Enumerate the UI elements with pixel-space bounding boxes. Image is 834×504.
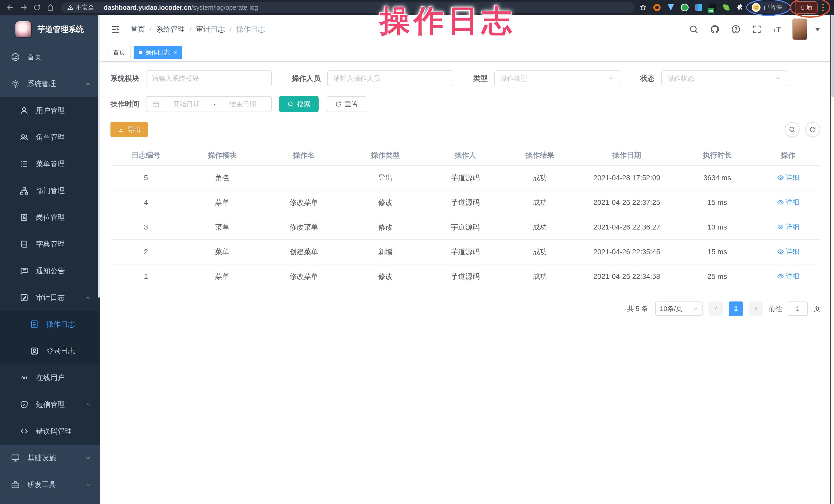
help-icon[interactable] [731,24,741,34]
menu-fold-icon[interactable] [110,24,121,35]
browser-home-button[interactable] [44,2,57,13]
user-avatar[interactable] [792,19,807,40]
sidebar-item-error-code-management[interactable]: 错误码管理 [0,418,100,445]
breadcrumb-home[interactable]: 首页 [131,24,145,34]
col-name: 操作名 [263,145,345,166]
sidebar-item-dict-management[interactable]: 字典管理 [0,231,100,258]
table-tools [785,122,820,137]
sidebar-item-dev-tools[interactable]: 研发工具 [0,472,100,498]
profile-paused-pill[interactable]: 已暂停 [750,2,787,13]
detail-link[interactable]: 详细 [777,247,799,256]
users-icon [20,133,29,142]
extension-leaf-icon[interactable] [722,3,731,12]
table-header-row: 日志编号 操作模块 操作名 操作类型 操作人 操作结果 操作日期 执行时长 操作 [110,145,820,166]
sidebar-item-user-management[interactable]: 用户管理 [0,97,100,124]
calendar-icon [152,101,159,108]
sidebar-item-notice[interactable]: 通知公告 [0,258,100,284]
caret-down-icon[interactable] [815,28,820,31]
export-button[interactable]: 导出 [110,122,148,137]
app-navbar: 首页 / 系统管理 / 审计日志 / 操作日志 [100,15,830,44]
sidebar-item-department-management[interactable]: 部门管理 [0,177,100,204]
browser-update-button[interactable]: 更新 [795,1,817,14]
not-secure-warning-icon[interactable]: 不安全 [67,3,94,12]
search-button[interactable]: 搜索 [279,96,319,112]
search-icon[interactable] [689,24,699,34]
sidebar-item-role-management[interactable]: 角色管理 [0,124,100,151]
refresh-table-button[interactable] [805,122,820,137]
browser-reload-button[interactable] [30,2,44,13]
date-range-picker[interactable]: 开始日期 - 结束日期 [146,96,272,112]
sidebar-item-post-management[interactable]: 岗位管理 [0,204,100,231]
sidebar: 芋道管理系统 首页 系统管理 用户管理 角色管理 菜单管理 [0,15,100,504]
chevron-down-icon [693,306,698,311]
active-tab-dot [139,51,142,54]
sidebar-item-online-users[interactable]: 在线用户 [0,365,100,391]
font-size-icon[interactable]: TT [773,25,781,33]
extension-orange-ring-icon[interactable] [653,3,661,12]
fullscreen-icon[interactable] [752,24,762,34]
breadcrumb-operate-log: 操作日志 [236,24,265,34]
chevron-right-icon [753,306,759,312]
page-content: 系统模块 请输入系统模块 操作人员 请输入操作人员 类型 操作类型 状态 [100,62,830,316]
extension-green-circle-icon[interactable] [680,3,689,12]
sidebar-item-login-log[interactable]: 登录日志 [0,338,100,365]
extensions-puzzle-icon[interactable] [736,3,745,12]
table-row: 1 菜单 修改菜单 修改 芋道源码 成功 2021-04-26 22:34:58… [110,264,820,289]
bookmark-star-icon[interactable] [639,3,648,12]
github-icon[interactable] [710,24,720,34]
detail-link[interactable]: 详细 [777,272,799,281]
operator-input[interactable]: 请输入操作人员 [327,70,453,86]
goto-page-input[interactable] [788,302,808,316]
url-divider [98,4,99,11]
sidebar-item-infrastructure[interactable]: 基础设施 [0,445,100,472]
type-select[interactable]: 操作类型 [494,70,620,86]
col-log-id: 日志编号 [110,145,181,166]
page-number-1[interactable]: 1 [729,302,743,316]
detail-link[interactable]: 详细 [777,198,799,206]
edit-document-icon [20,293,29,302]
sidebar-item-sms-management[interactable]: 短信管理 [0,391,100,418]
address-bar[interactable]: 不安全 dashboard.yudao.iocoder.cn/system/lo… [61,2,635,13]
module-input[interactable]: 请输入系统模块 [146,70,272,86]
sidebar-item-home[interactable]: 首页 [0,44,100,70]
monitor-icon [11,453,20,463]
browser-menu-kebab-icon[interactable] [821,3,825,12]
refresh-icon [809,126,816,133]
sidebar-scrollbar[interactable] [97,15,100,298]
tab-home[interactable]: 首页 [108,46,131,59]
scrollbar-thumb[interactable] [831,15,834,97]
end-date-placeholder: 结束日期 [220,100,266,109]
prev-page-button[interactable] [709,302,723,316]
sidebar-item-menu-management[interactable]: 菜单管理 [0,151,100,177]
message-icon [20,266,29,276]
breadcrumb-audit-log[interactable]: 审计日志 [196,24,225,34]
extension-blue-drop-icon[interactable] [666,3,675,12]
next-page-button[interactable] [749,302,763,316]
chevron-down-icon [608,75,614,82]
page-scrollbar[interactable] [830,15,834,504]
page-size-select[interactable]: 10条/页 [655,302,703,316]
extension-switch-icon[interactable]: on [708,3,717,12]
tab-operate-log[interactable]: 操作日志 × [134,46,182,59]
browser-toolbar: 不安全 dashboard.yudao.iocoder.cn/system/lo… [0,0,834,15]
contact-card-icon [30,347,39,356]
browser-back-button[interactable] [4,2,17,13]
eye-icon [777,248,784,255]
detail-link[interactable]: 详细 [777,173,799,182]
breadcrumb-system[interactable]: 系统管理 [156,24,185,34]
sidebar-item-system-management[interactable]: 系统管理 [0,70,100,97]
browser-forward-button[interactable] [17,2,30,13]
col-type: 操作类型 [345,145,426,166]
filter-row-1: 系统模块 请输入系统模块 操作人员 请输入操作人员 类型 操作类型 状态 [110,70,820,86]
close-tab-icon[interactable]: × [174,49,177,56]
extension-blue-grid-icon[interactable] [694,3,703,12]
sidebar-item-operate-log[interactable]: 操作日志 [0,311,100,338]
toggle-search-button[interactable] [785,122,799,137]
sidebar-item-audit-log[interactable]: 审计日志 [0,284,100,311]
status-select[interactable]: 操作状态 [661,70,787,86]
detail-link[interactable]: 详细 [777,222,799,231]
app-logo-row[interactable]: 芋道管理系统 [0,15,100,44]
online-signal-icon [20,373,29,382]
org-tree-icon [20,186,29,195]
reset-button[interactable]: 重置 [327,96,366,112]
